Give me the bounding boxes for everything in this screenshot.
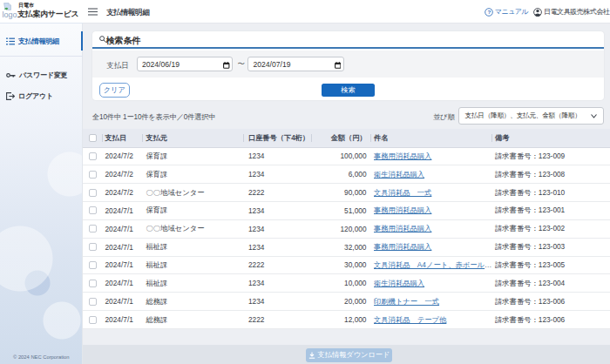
svg-text:?: ? bbox=[487, 9, 491, 15]
